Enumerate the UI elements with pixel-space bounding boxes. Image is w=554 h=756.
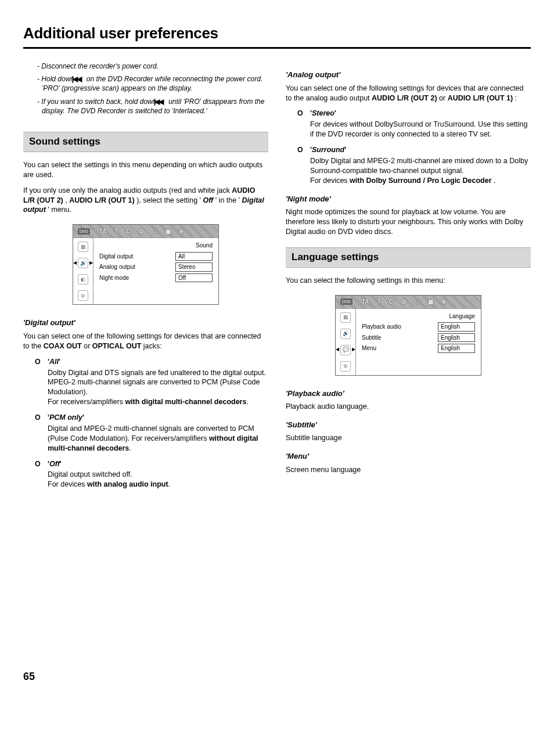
page-title: Additional user preferences [23, 23, 531, 44]
option-desc: Digital and MPEG-2 multi-channel signals… [48, 424, 268, 453]
side-icon: ⊚ [78, 290, 88, 301]
analog-output-head: Analog output [286, 70, 531, 80]
digital-output-head: Digital output [23, 318, 268, 328]
option-desc-bold: with analog audio input [87, 480, 168, 488]
menu-tab: T [377, 298, 380, 306]
option-name: Off [48, 460, 62, 468]
option-off: O Off Digital output switched off. For d… [35, 459, 268, 490]
menu-topbar: DVD TA T C ⚙ ▭ ▦ ⊕ [336, 296, 481, 308]
intro-step-3-pre: - If you want to switch back, hold down [37, 98, 159, 106]
menu-row: Menu English [362, 344, 475, 353]
menu-tab-icon: ▭ [415, 298, 420, 306]
sound-settings-heading: Sound settings [23, 132, 268, 152]
menu-tab-icon: ⊕ [441, 298, 446, 306]
option-name: Stereo [310, 109, 336, 117]
option-pcm-only: O PCM only Digital and MPEG-2 multi-chan… [35, 413, 268, 453]
speech-icon: 💬 [340, 345, 351, 355]
sound-menu-screenshot: DVD TA T C ⚙ ▭ ▦ ⊕ ▦ ◀ 🔊 ▶ ◐ ⊚ [73, 224, 219, 305]
menu-row: Analog output Stereo [99, 262, 213, 272]
menu-tab: TA [99, 228, 107, 236]
option-desc-pre: Dolby Digital and DTS signals are fed un… [48, 369, 266, 397]
menu-tab-icon: ▭ [152, 228, 157, 236]
menu-row-value: English [438, 344, 475, 353]
option-desc-post: . [492, 177, 496, 185]
menu-tab-icon: ▦ [166, 228, 171, 236]
menu-topbar: DVD TA T C ⚙ ▭ ▦ ⊕ [73, 225, 218, 237]
ao-intro-mid: or [439, 94, 448, 102]
option-desc: Dolby Digital and DTS signals are fed un… [48, 368, 268, 408]
menu-tab: T [114, 228, 118, 236]
option-bullet-icon: O [35, 459, 41, 469]
language-intro: You can select the following settings in… [286, 276, 531, 286]
menu-row-label: Night mode [99, 274, 171, 282]
option-desc-for: For devices [310, 177, 350, 185]
option-desc-pre: Dolby Digital and MPEG-2 multi-channel a… [310, 157, 528, 175]
menu-tab-icon: ⚙ [401, 298, 406, 306]
do-intro-mid: or [84, 342, 92, 350]
rewind-icon: |◀◀ [76, 74, 84, 84]
option-desc-pre: Digital output switched off. [48, 470, 132, 478]
menu-tab: C [388, 298, 393, 306]
menu-sidebar: ▦ 🔊 ◀ 💬 ▶ ⊚ [336, 309, 356, 375]
menu-row: Digital output All [99, 252, 213, 261]
sound-para-2: If you only use only the analog audio ou… [23, 186, 268, 215]
option-desc-for: For devices [48, 480, 87, 488]
option-desc-for: For receivers/amplifiers [48, 398, 125, 406]
ao-intro-b1: AUDIO L/R (OUT 2) [372, 94, 437, 102]
do-intro-post: jacks: [143, 342, 162, 350]
right-column: Analog output You can select one of the … [286, 62, 531, 495]
dvd-logo-icon: DVD [340, 298, 352, 305]
speaker-icon: 🔊 [78, 258, 88, 268]
menu-row-value: English [438, 333, 475, 343]
playback-audio-desc: Playback audio language. [286, 402, 531, 412]
menu-row-value: All [175, 252, 213, 261]
subtitle-head: Subtitle [286, 420, 531, 430]
menu-sidebar: ▦ ◀ 🔊 ▶ ◐ ⊚ [73, 238, 93, 304]
arrow-right-icon: ▶ [352, 347, 355, 353]
option-desc: Dolby Digital and MPEG-2 multi-channel a… [310, 156, 531, 186]
menu-tab-icon: ⊕ [179, 228, 184, 236]
title-rule [23, 47, 531, 49]
option-desc-post: . [168, 480, 170, 488]
menu-row-label: Analog output [99, 263, 171, 271]
sound-para-2-mid2: ), select the setting ' [136, 196, 201, 204]
option-desc-post: . [246, 398, 248, 406]
intro-step-3: - If you want to switch back, hold down … [37, 97, 268, 116]
playback-audio-head: Playback audio [286, 388, 531, 399]
menu-row: Night mode Off [99, 273, 213, 283]
side-icon: ⊚ [340, 361, 351, 372]
option-bullet-icon: O [297, 109, 303, 118]
menu-row-label: Playback audio [362, 323, 433, 331]
analog-output-options: O Stereo For devices without DolbySurrou… [297, 109, 531, 185]
option-stereo: O Stereo For devices without DolbySurrou… [297, 109, 531, 139]
option-desc-pre: For devices without DolbySurround or Tru… [310, 120, 527, 138]
option-desc-post: . [129, 444, 131, 452]
option-desc: Digital output switched off. For devices… [48, 470, 268, 489]
menu-row-label: Digital output [99, 253, 171, 261]
night-mode-head: Night mode [286, 194, 531, 204]
language-menu-screenshot: DVD TA T C ⚙ ▭ ▦ ⊕ ▦ 🔊 ◀ 💬 ▶ ⊚ [335, 295, 481, 376]
side-icon: ▦ [340, 312, 351, 323]
option-name: Surround [310, 146, 346, 154]
option-desc: For devices without DolbySurround or Tru… [310, 120, 531, 139]
ao-intro-post: : [515, 94, 517, 102]
menu-row: Playback audio English [362, 322, 475, 332]
intro-step-2: - Hold down |◀◀ on the DVD Recorder whil… [37, 74, 268, 93]
arrow-left-icon: ◀ [336, 347, 339, 353]
do-intro-b2: OPTICAL OUT [92, 342, 142, 350]
ao-intro-b2: AUDIO L/R (OUT 1) [448, 94, 513, 102]
subtitle-desc: Subtitle language [286, 433, 531, 443]
option-desc-bold: with digital multi-channel decoders [125, 398, 246, 406]
dvd-logo-icon: DVD [78, 228, 90, 235]
arrow-right-icon: ▶ [89, 260, 93, 267]
language-settings-heading: Language settings [286, 247, 531, 268]
menu-lang-desc: Screen menu language [286, 465, 531, 475]
menu-tab-icon: ⚙ [139, 228, 144, 236]
option-bullet-icon: O [297, 145, 303, 155]
rewind-icon: |◀◀ [159, 97, 167, 106]
sound-para-1: You can select the settings in this menu… [23, 160, 268, 180]
menu-row-value: Stereo [175, 262, 213, 272]
option-name: PCM only [48, 413, 84, 422]
analog-output-intro: You can select one of the following sett… [286, 84, 531, 103]
menu-header-label: Sound [99, 242, 213, 250]
